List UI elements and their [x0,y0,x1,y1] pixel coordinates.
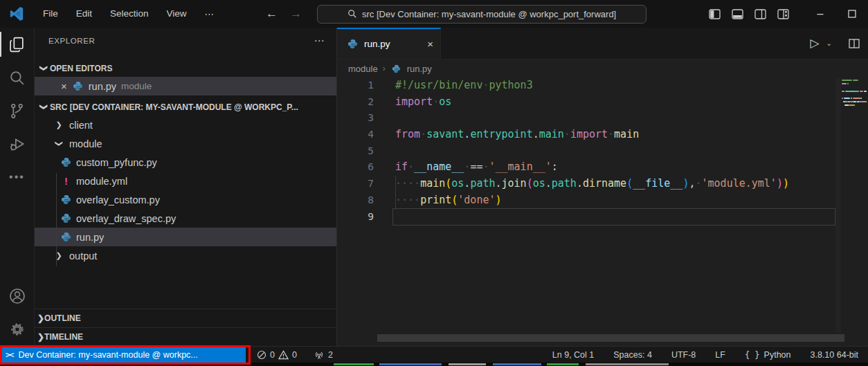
timeline-section-header[interactable]: ❯ TIMELINE [35,327,336,346]
tree-folder-client[interactable]: ❯ client [35,116,336,134]
run-dropdown-chevron-icon[interactable]: ⌄ [826,39,832,47]
toggle-secondary-sidebar-icon[interactable] [749,3,772,24]
breadcrumb-file[interactable]: run.py [407,64,432,74]
remote-label: Dev Container: my-savant-module @ workpc… [18,350,197,360]
breadcrumb-folder[interactable]: module [348,64,378,74]
toggle-panel-icon[interactable] [726,3,749,24]
warnings-count: 0 [292,350,297,360]
code-line[interactable]: import·os [395,94,868,111]
customize-layout-icon[interactable] [772,3,795,24]
python-file-icon [60,212,72,224]
ports-item[interactable]: 2 [314,349,333,360]
source-control-icon[interactable] [0,94,35,127]
errors-count: 0 [270,350,275,360]
problems-item[interactable]: 0 0 [257,350,297,360]
settings-gear-icon[interactable] [0,313,35,346]
remote-indicator[interactable]: >< Dev Container: my-savant-module @ wor… [0,347,246,363]
minimize-button[interactable]: – [804,0,836,28]
maximize-button[interactable] [836,0,868,28]
menu-file[interactable]: File [34,6,67,22]
code-line[interactable]: ····main(os.path.join(os.path.dirname(__… [395,176,868,192]
workspace-section-header[interactable]: ❯ SRC [DEV CONTAINER: MY-SAVANT-MODULE @… [35,98,336,116]
code-editor[interactable]: 123456789 #!/usr/bin/env·python3import·o… [337,77,868,346]
search-sidebar-icon[interactable] [0,61,35,94]
code-line[interactable] [395,110,868,127]
outline-section-header[interactable]: ❯ OUTLINE [35,309,336,327]
vscode-window: File Edit Selection View ⋯ ← → src [Dev … [0,0,868,366]
menu-view[interactable]: View [158,6,196,22]
python-file-icon [72,80,84,92]
python-file-icon [60,231,72,243]
sidebar-title: EXPLORER [48,37,95,45]
explorer-icon[interactable] [0,28,35,61]
tree-folder-module[interactable]: ❯ module [35,134,336,153]
interpreter-item[interactable]: 3.8.10 64-bit [811,350,859,360]
menu-more-icon[interactable]: ⋯ [196,6,224,22]
python-file-icon [60,194,72,205]
chevron-right-icon: ❯ [37,313,44,323]
open-editor-run-py[interactable]: × run.py module [35,77,336,95]
command-center-search[interactable]: src [Dev Container: my-savant-module @ w… [317,5,647,24]
line-number: 2 [337,94,395,111]
close-editor-icon[interactable]: × [61,80,67,92]
chevron-down-icon: ❯ [39,101,48,113]
code-line[interactable]: #!/usr/bin/env·python3 [395,77,868,94]
remote-icon: >< [6,350,12,360]
chevron-right-icon: ❯ [53,251,65,260]
tree-file-overlay-custom[interactable]: overlay_custom.py [35,190,336,209]
line-number: 9 [337,209,395,226]
horizontal-scrollbar[interactable] [377,334,844,342]
history-forward-icon[interactable]: → [290,7,302,21]
tree-folder-output[interactable]: ❯ output [35,246,336,265]
cursor-position-item[interactable]: Ln 9, Col 1 [552,350,594,360]
line-number: 5 [337,143,395,160]
chevron-down-icon: ❯ [55,138,64,150]
vscode-logo-icon [9,6,24,21]
toggle-primary-sidebar-icon[interactable] [703,3,726,24]
tab-label: run.py [364,39,390,49]
explorer-sidebar: EXPLORER ⋯ ❯ OPEN EDITORS × run.py modul… [35,28,337,346]
code-line[interactable]: from·savant.entrypoint.main·import·main [395,127,868,143]
python-file-icon [390,63,402,75]
additional-views-icon[interactable]: ••• [0,161,35,194]
run-debug-icon[interactable] [0,127,35,161]
tree-file-overlay-draw-spec[interactable]: overlay_draw_spec.py [35,209,336,228]
tree-indent-guide [56,173,57,266]
ports-count: 2 [328,350,333,360]
encoding-item[interactable]: UTF-8 [671,350,696,360]
language-mode-item[interactable]: { } Python [745,350,791,360]
line-number: 8 [337,192,395,209]
open-editors-header[interactable]: ❯ OPEN EDITORS [35,60,336,77]
editor-group: run.py × ▷ ⌄ module › run.py [337,28,868,346]
split-editor-icon[interactable] [849,39,860,48]
line-numbers: 123456789 [337,77,395,225]
code-line[interactable]: ····print('done') [395,192,868,209]
code-line[interactable] [395,209,868,226]
chevron-right-icon: ❯ [37,332,44,342]
tree-file-custom-pyfunc[interactable]: custom_pyfunc.py [35,153,336,172]
code-lines: #!/usr/bin/env·python3import·osfrom·sava… [395,77,868,225]
history-back-icon[interactable]: ← [266,7,278,21]
line-number: 7 [337,176,395,192]
eol-item[interactable]: LF [715,350,725,360]
tab-run-py[interactable]: run.py × [337,28,441,59]
yaml-file-icon: ! [60,175,72,187]
indentation-item[interactable]: Spaces: 4 [613,350,652,360]
tree-file-module-yml[interactable]: ! module.yml [35,172,336,190]
explorer-more-actions-icon[interactable]: ⋯ [314,35,326,47]
minimap[interactable] [842,80,867,112]
python-file-icon [60,156,72,168]
accounts-icon[interactable] [0,280,35,313]
title-bar: File Edit Selection View ⋯ ← → src [Dev … [0,0,868,28]
run-python-file-icon[interactable]: ▷ [811,36,820,51]
warnings-icon [278,350,289,360]
vertical-scrollbar[interactable] [835,77,841,332]
tab-close-icon[interactable]: × [427,38,433,50]
menu-edit[interactable]: Edit [67,6,101,22]
tree-file-run-py[interactable]: run.py [35,228,336,246]
search-icon [347,9,357,19]
code-line[interactable]: if·__name__·==·'__main__': [395,159,868,176]
code-line[interactable] [395,143,868,160]
python-file-icon [347,38,359,50]
menu-selection[interactable]: Selection [101,6,158,22]
